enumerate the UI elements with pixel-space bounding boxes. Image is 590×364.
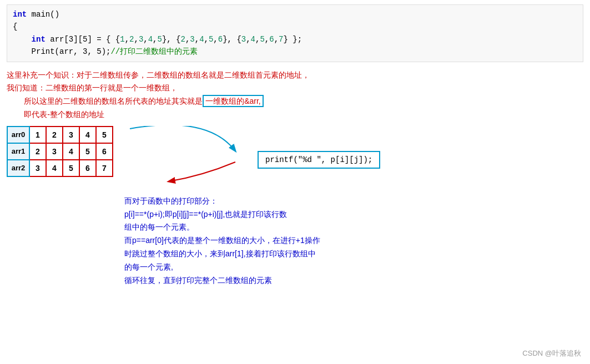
desc-line-6: 的每一个元素,	[124, 261, 583, 274]
watermark: CSDN @叶落追秋	[522, 348, 581, 358]
cell-2-2: 5	[63, 160, 79, 176]
explain-line-3: 所以这里的二维数组的数组名所代表的地址其实就是一维数组的&arr,	[7, 95, 583, 108]
cell-2-4: 7	[96, 160, 113, 176]
explanation-block: 这里补充一个知识：对于二维数组传参，二维数组的数组名就是二维数组首元素的地址， …	[7, 69, 583, 122]
cell-2-3: 6	[79, 160, 96, 176]
array-table: arr0 1 2 3 4 5 arr1 2 3 4 5 6 arr2 3 4 5…	[7, 126, 113, 177]
highlight-text: 一维数组的&arr,	[203, 95, 264, 107]
printf-box: printf("%d ", p[i][j]);	[258, 151, 380, 169]
cell-0-2: 3	[63, 127, 79, 143]
description-text: 而对于函数中的打印部分： p[i]==*(p+i);即p[i][j]==*(p+…	[124, 195, 583, 287]
table-row: arr0 1 2 3 4 5	[7, 127, 113, 143]
desc-line-7: 循环往复，直到打印完整个二维数组的元素	[124, 274, 583, 287]
arrow-area: printf("%d ", p[i][j]);	[124, 126, 583, 193]
row-label-0: arr0	[7, 127, 29, 143]
desc-line-1: 而对于函数中的打印部分：	[124, 195, 583, 208]
cell-1-0: 2	[29, 143, 46, 160]
cell-0-0: 1	[29, 127, 46, 143]
desc-line-2: p[i]==*(p+i);即p[i][j]==*(p+i)[j],也就是打印该行…	[124, 208, 583, 221]
cell-1-4: 6	[96, 143, 113, 160]
explain-line-1: 这里补充一个知识：对于二维数组传参，二维数组的数组名就是二维数组首元素的地址，	[7, 69, 583, 82]
row-label-2: arr2	[7, 160, 29, 176]
desc-line-5: 时跳过整个数组的大小，来到arr[1],接着打印该行数组中	[124, 247, 583, 261]
table-row: arr2 3 4 5 6 7	[7, 160, 113, 176]
array-diagram: arr0 1 2 3 4 5 arr1 2 3 4 5 6 arr2 3 4 5…	[7, 126, 113, 177]
desc-line-3: 组中的每一个元素。	[124, 221, 583, 234]
explain-line-4: 即代表-整个数组的地址	[7, 108, 583, 122]
code-line-3: int arr[3][5] = { {1,2,3,4,5}, {2,3,4,5,…	[13, 33, 577, 46]
code-line-2: {	[13, 21, 577, 33]
cell-1-2: 4	[63, 143, 79, 160]
code-line-1: int main()	[13, 8, 577, 21]
right-content: printf("%d ", p[i][j]); 而对于函数中的打印部分： p[i…	[124, 126, 583, 287]
row-label-1: arr1	[7, 143, 29, 160]
cell-1-3: 5	[79, 143, 96, 160]
diagram-row: arr0 1 2 3 4 5 arr1 2 3 4 5 6 arr2 3 4 5…	[7, 126, 583, 287]
cell-2-0: 3	[29, 160, 46, 176]
code-line-4: Print(arr, 3, 5);//打印二维数组中的元素	[13, 46, 577, 58]
cell-0-3: 4	[79, 127, 96, 143]
cell-0-1: 2	[46, 127, 63, 143]
table-row: arr1 2 3 4 5 6	[7, 143, 113, 160]
explain-line-2: 我们知道：二维数组的第一行就是一个一维数组，	[7, 82, 583, 95]
code-block: int main() { int arr[3][5] = { {1,2,3,4,…	[7, 4, 583, 62]
cell-1-1: 3	[46, 143, 63, 160]
desc-line-4: 而p==arr[0]代表的是整个一维数组的大小，在进行+1操作	[124, 234, 583, 247]
cell-2-1: 4	[46, 160, 63, 176]
cell-0-4: 5	[96, 127, 113, 143]
